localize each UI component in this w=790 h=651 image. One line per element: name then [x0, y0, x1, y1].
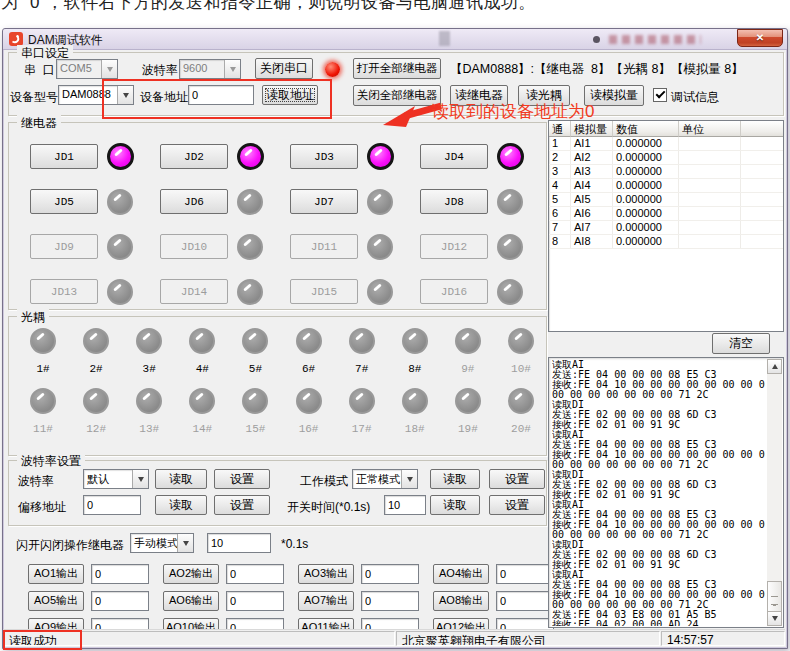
close-serial-button[interactable]: 关闭串口 — [255, 58, 313, 79]
serial-port-select[interactable]: COM5 — [56, 59, 118, 79]
cell-unit — [679, 235, 741, 248]
relay-button[interactable]: JD1 — [30, 144, 98, 169]
scroll-up-icon[interactable] — [767, 359, 782, 374]
opto-cell: 7# — [345, 328, 379, 375]
table-row[interactable]: 7 AI7 0.000000 — [549, 221, 783, 235]
relay-button[interactable]: JD13 — [30, 279, 98, 304]
baud-group-title: 波特率设置 — [17, 453, 85, 470]
table-row[interactable]: 8 AI8 0.000000 — [549, 235, 783, 249]
relay-button[interactable]: JD16 — [420, 279, 488, 304]
offset-read-button[interactable]: 读取 — [155, 495, 207, 515]
baud-set-value: 默认 — [84, 470, 132, 488]
clear-log-button[interactable]: 清空 — [712, 333, 770, 354]
cell-extra — [741, 179, 783, 192]
ao-value-input[interactable] — [496, 564, 554, 584]
relay-button[interactable]: JD7 — [290, 189, 358, 214]
col-header-channel[interactable]: 通 — [549, 121, 571, 137]
relay-button[interactable]: JD6 — [160, 189, 228, 214]
baud-select[interactable]: 9600 — [179, 59, 241, 79]
opto-indicator-light — [136, 328, 162, 354]
relay-button[interactable]: JD11 — [290, 234, 358, 259]
relay-button[interactable]: JD12 — [420, 234, 488, 259]
col-header-unit[interactable]: 单位 — [679, 121, 741, 137]
table-row[interactable]: 5 AI5 0.000000 — [549, 193, 783, 207]
relay-cell: JD5 — [30, 179, 160, 224]
relay-button[interactable]: JD3 — [290, 144, 358, 169]
serial-status-led-icon — [325, 62, 340, 77]
relay-button[interactable]: JD9 — [30, 234, 98, 259]
cell-extra — [741, 193, 783, 206]
titlebar-watermark-bar — [439, 31, 450, 46]
table-row[interactable]: 4 AI4 0.000000 — [549, 179, 783, 193]
debug-info-checkbox[interactable] — [653, 88, 667, 102]
ao-value-input[interactable] — [496, 591, 554, 611]
cell-value: 0.000000 — [613, 151, 679, 164]
ao-output-button[interactable]: AO1输出 — [28, 564, 84, 584]
chevron-down-icon — [401, 470, 417, 488]
table-row[interactable]: 3 AI3 0.000000 — [549, 165, 783, 179]
ao-output-button[interactable]: AO7输出 — [298, 591, 354, 611]
close-button[interactable]: ✕ — [737, 29, 783, 47]
read-address-button[interactable]: 读取地址 — [262, 85, 318, 105]
ao-value-input[interactable] — [361, 564, 419, 584]
relay-button[interactable]: JD14 — [160, 279, 228, 304]
ao-output-button[interactable]: AO5输出 — [28, 591, 84, 611]
ao-value-input[interactable] — [226, 591, 284, 611]
relay-button[interactable]: JD5 — [30, 189, 98, 214]
work-mode-read-button[interactable]: 读取 — [430, 469, 480, 489]
baud-set-select[interactable]: 默认 — [83, 469, 149, 489]
cell-unit — [679, 207, 741, 220]
baud-read-button[interactable]: 读取 — [155, 469, 207, 489]
opto-indicator-light — [402, 328, 428, 354]
col-header-value[interactable]: 数值 — [613, 121, 679, 137]
relay-button[interactable]: JD15 — [290, 279, 358, 304]
work-mode-set-button[interactable]: 设置 — [489, 469, 545, 489]
flash-mode-select[interactable]: 手动模式 — [130, 533, 194, 553]
cell-value: 0.000000 — [613, 165, 679, 178]
ao-value-input[interactable] — [91, 591, 149, 611]
analog-table: 通 模拟量 数值 单位 1 AI1 0.000000 2 AI2 0.00 — [548, 120, 784, 332]
relay-indicator-light — [107, 143, 134, 170]
ao-output-button[interactable]: AO6输出 — [163, 591, 219, 611]
relay-indicator-light — [497, 234, 523, 260]
work-mode-select[interactable]: 正常模式 — [352, 469, 418, 489]
col-header-analog[interactable]: 模拟量 — [571, 121, 613, 137]
baud-set-button[interactable]: 设置 — [214, 469, 270, 489]
opto-label: 1# — [36, 363, 49, 375]
offset-set-button[interactable]: 设置 — [214, 495, 270, 515]
ao-output-button[interactable]: AO3输出 — [298, 564, 354, 584]
opto-row-2: 11# 12# 13# 14# 15# — [26, 388, 538, 435]
ao-output-button[interactable]: AO2输出 — [163, 564, 219, 584]
comm-log-box[interactable]: 读取AI 发送:FE 04 00 00 00 08 E5 C3 接收:FE 04… — [548, 357, 784, 628]
log-scrollbar[interactable] — [767, 359, 782, 626]
device-model-select[interactable]: DAM0888 — [58, 85, 134, 105]
ao-value-input[interactable] — [361, 591, 419, 611]
open-all-relays-button[interactable]: 打开全部继电器 — [353, 58, 441, 79]
switch-time-input[interactable] — [384, 495, 426, 515]
device-addr-input[interactable] — [188, 85, 254, 105]
opto-indicator-light — [83, 328, 109, 354]
relay-button[interactable]: JD10 — [160, 234, 228, 259]
relay-button[interactable]: JD2 — [160, 144, 228, 169]
table-row[interactable]: 6 AI6 0.000000 — [549, 207, 783, 221]
switch-time-set-button[interactable]: 设置 — [489, 495, 545, 515]
flash-mode-value: 手动模式 — [131, 534, 177, 552]
switch-time-read-button[interactable]: 读取 — [430, 495, 480, 515]
ao-output-button[interactable]: AO4输出 — [433, 564, 489, 584]
relay-button[interactable]: JD4 — [420, 144, 488, 169]
ao-value-input[interactable] — [226, 564, 284, 584]
relay-indicator-light — [367, 189, 393, 215]
table-row[interactable]: 2 AI2 0.000000 — [549, 151, 783, 165]
relay-indicator-light — [107, 279, 133, 305]
relay-indicator-light — [237, 234, 263, 260]
opto-cell: 9# — [451, 328, 485, 375]
flash-time-input[interactable] — [207, 533, 271, 553]
relay-button[interactable]: JD8 — [420, 189, 488, 214]
device-addr-label: 设备地址 — [140, 89, 188, 106]
scroll-down-icon[interactable] — [767, 611, 782, 626]
table-row[interactable]: 1 AI1 0.000000 — [549, 137, 783, 151]
cell-unit — [679, 151, 741, 164]
ao-value-input[interactable] — [91, 564, 149, 584]
ao-output-button[interactable]: AO8输出 — [433, 591, 489, 611]
offset-addr-input[interactable] — [83, 495, 141, 515]
